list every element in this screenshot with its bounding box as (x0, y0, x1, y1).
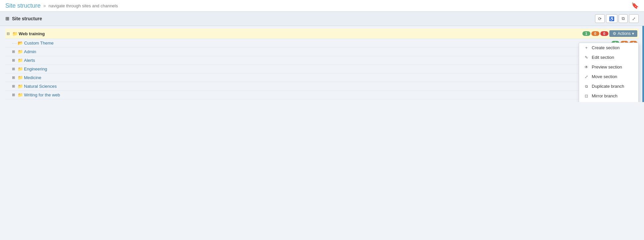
refresh-button[interactable]: ⟳ (595, 14, 605, 23)
tree-row: ⊞ 📁 Engineering 0 0 0 (5, 65, 639, 73)
row-label: Natural Sciences (24, 84, 57, 89)
accessibility-button[interactable]: ♿ (606, 14, 617, 23)
edit-section-icon: ✎ (584, 55, 589, 60)
menu-item-move-section[interactable]: ⤢ Move section (579, 72, 638, 81)
move-section-icon: ⤢ (584, 74, 589, 79)
badge-red: 0 (600, 31, 608, 36)
app-title: Site structure (5, 2, 41, 9)
menu-item-duplicate-branch[interactable]: ⧉ Duplicate branch (579, 81, 638, 91)
expand-toggle[interactable]: ⊞ (12, 84, 17, 88)
actions-button[interactable]: ⚙ Actions ▾ (609, 30, 637, 37)
expand-button[interactable]: ⤢ (629, 14, 639, 23)
menu-item-label: Mirror branch (592, 93, 617, 98)
caret-down-icon: ▾ (632, 31, 634, 36)
row-name-cell: ⊞ 📁 Alerts (5, 56, 610, 64)
root-badges: 1 0 0 ⚙ Actions ▾ (581, 29, 639, 39)
content-area: ⊟ 📁 Web training 1 0 0 ⚙ Actions ▾ · · ·… (0, 26, 644, 102)
row-name-cell: ⊞ 📁 Writing for the web (5, 91, 610, 99)
root-name: ⊟ 📁 Web training (5, 30, 581, 38)
menu-item-delete-section[interactable]: 🗑 Delete section (579, 101, 638, 102)
row-name-cell: · · · · 📂 Custom Theme (5, 39, 610, 47)
preview-section-icon: 👁 (584, 65, 589, 69)
menu-item-mirror-branch[interactable]: ⊡ Mirror branch (579, 91, 638, 101)
badge-orange: 0 (591, 31, 599, 36)
tree-row: ⊞ 📁 Alerts 3 0 0 (5, 56, 639, 65)
menu-item-create-section[interactable]: + Create section (579, 43, 638, 53)
menu-item-label: Preview section (592, 64, 622, 69)
breadcrumb-subtitle: navigate through sites and channels (49, 3, 118, 8)
dropdown-menu: + Create section ✎ Edit section 👁 Previe… (579, 43, 639, 102)
menu-item-label: Move section (592, 74, 617, 79)
folder-icon: 📁 (18, 75, 23, 80)
menu-item-edit-section[interactable]: ✎ Edit section (579, 53, 638, 62)
create-section-icon: + (584, 46, 589, 50)
breadcrumb-separator: » (43, 3, 46, 8)
tree-rows: · · · · 📂 Custom Theme 0 0 0 ⊞ 📁 Admin 0… (5, 39, 639, 99)
tree-row: ⊞ 📁 Writing for the web 1 0 0 (5, 91, 639, 99)
menu-item-label: Create section (592, 45, 620, 50)
header-actions: ⟳ ♿ ⧉ ⤢ (595, 14, 639, 23)
row-name-cell: ⊞ 📁 Admin (5, 48, 610, 56)
collapse-toggle[interactable]: ⊟ (7, 32, 11, 36)
expand-toggle[interactable]: ⊞ (12, 50, 17, 54)
row-label: Writing for the web (24, 92, 60, 97)
mirror-branch-icon: ⊡ (584, 94, 589, 98)
bookmark-icon[interactable]: 🔖 (631, 2, 639, 9)
row-name-cell: ⊞ 📁 Medicine (5, 73, 610, 82)
row-label: Alerts (24, 58, 35, 63)
gear-icon: ⚙ (613, 31, 616, 36)
actions-label: Actions (618, 31, 631, 36)
grid-icon: ⊞ (5, 16, 9, 21)
page-title-group: ⊞ Site structure (5, 16, 42, 21)
tree-root-row: ⊟ 📁 Web training 1 0 0 ⚙ Actions ▾ (5, 29, 639, 39)
tree-row: ⊞ 📁 Natural Sciences 0 0 0 (5, 82, 639, 91)
folder-icon: 📁 (18, 84, 23, 89)
badge-green: 1 (582, 31, 590, 36)
folder-icon: 📁 (18, 92, 23, 97)
row-label: Admin (24, 49, 36, 54)
row-name-cell: ⊞ 📁 Engineering (5, 65, 610, 73)
tree-row: · · · · 📂 Custom Theme 0 0 0 (5, 39, 639, 48)
top-bar: Site structure » navigate through sites … (0, 0, 644, 12)
expand-toggle[interactable]: ⊞ (12, 67, 17, 71)
expand-toggle[interactable]: ⊞ (12, 93, 17, 97)
folder-icon: 📁 (18, 58, 23, 63)
row-label: Custom Theme (24, 41, 54, 46)
root-label: Web training (19, 31, 45, 36)
menu-item-preview-section[interactable]: 👁 Preview section (579, 62, 638, 72)
expand-toggle[interactable]: ⊞ (12, 75, 17, 80)
row-label: Medicine (24, 75, 41, 80)
copy-button[interactable]: ⧉ (619, 14, 628, 23)
row-label: Engineering (24, 66, 47, 71)
menu-item-label: Duplicate branch (592, 84, 624, 89)
folder-icon: 📂 (18, 41, 23, 46)
row-name-cell: ⊞ 📁 Natural Sciences (5, 82, 610, 90)
root-folder-icon: 📁 (12, 31, 18, 36)
folder-icon: 📁 (18, 66, 23, 71)
folder-icon: 📁 (18, 49, 23, 54)
page-title: Site structure (12, 16, 42, 21)
expand-toggle[interactable]: ⊞ (12, 58, 17, 62)
duplicate-branch-icon: ⧉ (584, 84, 589, 89)
menu-item-label: Edit section (592, 55, 614, 60)
scroll-indicator (642, 26, 644, 102)
tree-row: ⊞ 📁 Medicine 0 0 0 (5, 73, 639, 82)
tree-row: ⊞ 📁 Admin 0 0 0 (5, 48, 639, 56)
dotted-line: · · · · (12, 41, 17, 45)
page-header: ⊞ Site structure ⟳ ♿ ⧉ ⤢ (0, 12, 644, 26)
